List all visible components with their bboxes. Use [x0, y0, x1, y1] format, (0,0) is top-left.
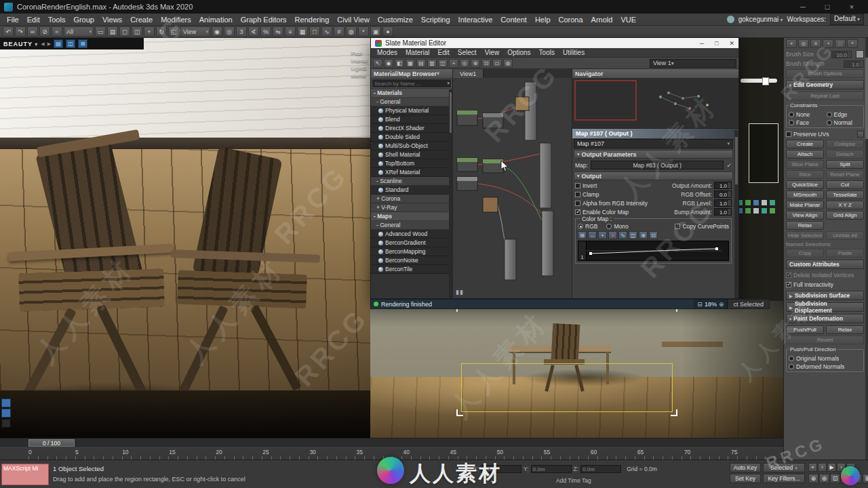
browser-item[interactable]: BerconGradient [371, 239, 452, 247]
browser-item[interactable]: Physical Material [371, 106, 452, 115]
zoom-out-icon[interactable]: ⊟ [697, 301, 703, 308]
unlink-icon[interactable]: ⊘ [39, 26, 50, 37]
edit-geometry-button[interactable]: Detach [826, 150, 864, 159]
constraint-radio[interactable]: Normal [827, 119, 862, 126]
redo-icon[interactable]: ↷ [15, 26, 26, 37]
curve-editor-icon[interactable]: ∿ [321, 26, 332, 37]
slate-titlebar[interactable]: Slate Material Editor ─ □ ✕ [371, 38, 738, 48]
browser-scrollbar[interactable] [449, 89, 452, 298]
color-swatch[interactable] [856, 50, 864, 58]
align-icon[interactable]: ≡ [285, 26, 296, 37]
parameter-title[interactable]: Map #107 ( Output ) [572, 129, 734, 138]
constraint-radio[interactable]: Edge [827, 111, 862, 118]
brush-options-button[interactable]: Brush Options [786, 69, 864, 78]
layout-all-icon[interactable]: ▤ [416, 59, 426, 68]
rendered-frame-icon[interactable]: ▣ [370, 26, 381, 37]
show-background-icon[interactable]: ▦ [406, 59, 415, 68]
map-enable-check[interactable]: ✓ [726, 162, 732, 169]
clone-vfb-icon[interactable]: ⊞ [78, 39, 87, 48]
previous-frame-button[interactable]: ‹ [818, 463, 827, 472]
scene-explorer-icon[interactable]: ▦ [297, 26, 308, 37]
spinner-field[interactable]: 1.0 [714, 199, 732, 207]
spinner-field[interactable]: 1.0 [714, 208, 732, 216]
floating-toolbar-icon[interactable] [745, 207, 751, 214]
browser-search[interactable] [372, 79, 452, 88]
render-region-rectangle[interactable] [461, 363, 673, 412]
paste-button[interactable]: Paste [826, 249, 864, 258]
menu-item[interactable]: Interactive [454, 14, 497, 26]
select-scale-icon[interactable]: ◱ [168, 26, 179, 37]
slate-close-button[interactable]: ✕ [729, 40, 734, 47]
z-coordinate-field[interactable]: 0.0m [580, 465, 621, 473]
copy-image-icon[interactable]: ◫ [66, 39, 75, 48]
move-point-icon[interactable]: ⊞ [578, 231, 587, 239]
rollout-subdivision-surface[interactable]: ▶Subdivision Surface [786, 291, 864, 300]
select-manipulate-icon[interactable]: ◎ [224, 26, 235, 37]
constraint-radio[interactable]: Face [789, 119, 824, 126]
edit-geometry-button[interactable]: Grid Align [826, 211, 864, 220]
menu-item[interactable]: Customize [374, 14, 417, 26]
menu-item[interactable]: File [3, 14, 23, 26]
search-input[interactable] [372, 81, 447, 87]
zoom-extents-button[interactable]: ⊡ [830, 474, 840, 483]
zoom-region-icon[interactable]: ▭ [492, 59, 502, 68]
floating-toolbar-icon[interactable] [769, 199, 776, 206]
edit-geometry-button[interactable]: Reset Plane [826, 170, 864, 179]
next-frame-button[interactable]: › [837, 463, 846, 472]
edit-geometry-button[interactable]: Slice Plane [786, 160, 824, 169]
slate-menu-item[interactable]: Select [454, 49, 480, 56]
time-slider-track[interactable]: 0 / 100 [0, 438, 783, 447]
time-slider-handle[interactable]: 0 / 100 [28, 439, 75, 447]
spinner-field[interactable]: 1.0 [714, 182, 732, 189]
zoom-all-button[interactable]: ⊛ [819, 474, 829, 483]
select-object-icon[interactable]: ▭ [95, 26, 106, 37]
map-name-dropdown[interactable]: Map #107 [574, 139, 733, 148]
tab-modify[interactable]: ◎ [798, 39, 809, 48]
go-to-start-button[interactable]: « [808, 463, 817, 472]
browser-item[interactable]: Double Sided [371, 133, 452, 142]
floating-toolbar-icon[interactable] [745, 199, 751, 206]
preserve-uvs-checkbox[interactable] [786, 131, 791, 137]
user-account-menu[interactable]: gokcegunmai [738, 16, 783, 23]
viewport-layout-tab[interactable] [1, 399, 11, 407]
zoom-extents-icon[interactable]: ⊡ [481, 59, 491, 68]
workspace-dropdown[interactable]: Default [830, 14, 864, 25]
maximize-button[interactable]: □ [815, 0, 840, 14]
output-checkbox[interactable] [575, 201, 580, 206]
orbit-button[interactable]: ↻ [852, 474, 862, 483]
edit-geometry-button[interactable]: Hide Selected [786, 231, 824, 240]
edit-geometry-button[interactable]: Relax [786, 221, 824, 230]
browser-item[interactable]: Standard [371, 186, 452, 195]
menu-item[interactable]: Graph Editors [237, 14, 291, 26]
paint-relax-button[interactable]: Relax [826, 325, 864, 334]
map-slot-button[interactable]: Map #83 ( Output ) [591, 161, 724, 169]
edit-geometry-button[interactable]: View Align [786, 211, 824, 220]
browser-item[interactable]: Multi/Sub-Object [371, 142, 452, 150]
menu-item[interactable]: Views [98, 14, 126, 26]
selection-filter-dropdown[interactable]: All [64, 26, 94, 37]
browser-item[interactable]: + V-Ray [371, 203, 452, 212]
revert-button[interactable]: Revert [786, 336, 864, 344]
tab-utilities[interactable]: * [847, 39, 858, 48]
rollout-custom-attributes[interactable]: Custom Attributes [786, 260, 864, 269]
maxscript-mini-listener[interactable]: MAXScript Mi [1, 464, 49, 485]
zoom-tool-icon[interactable]: ⊕ [471, 59, 480, 68]
copy-button[interactable]: Copy [786, 249, 824, 258]
viewport-layout-tab[interactable] [1, 419, 11, 428]
floating-toolbar-icon[interactable] [761, 199, 768, 206]
output-checkbox[interactable] [575, 209, 580, 215]
pan-button[interactable]: + [841, 474, 851, 483]
navigator-header[interactable]: Navigator [572, 69, 738, 78]
channel-prev-icon[interactable]: ◀ [41, 41, 44, 47]
paint-direction-radio[interactable]: Deformed Normals [789, 363, 861, 370]
copy-curvepoints-checkbox[interactable] [675, 224, 680, 229]
paint-direction-radio[interactable]: Original Normals [789, 355, 861, 362]
floating-toolbar-icon[interactable] [753, 207, 760, 214]
constraint-radio[interactable]: None [789, 111, 824, 118]
snap-toggle-icon[interactable]: 3 [236, 26, 247, 37]
pan-tool-icon[interactable]: ◎ [460, 59, 469, 68]
fit-curve-icon[interactable]: ⊡ [649, 231, 658, 239]
repeat-last-button[interactable]: Repeat Last [786, 92, 864, 100]
play-button[interactable]: ▶ [827, 463, 836, 472]
browser-item[interactable]: Advanced Wood [371, 230, 452, 239]
